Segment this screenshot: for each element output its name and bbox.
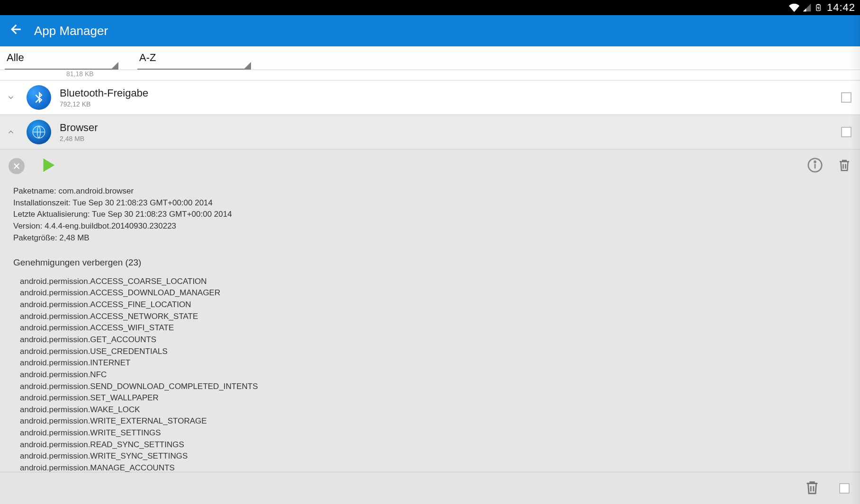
permission-item: android.permission.SET_WALLPAPER [20, 392, 847, 404]
back-button[interactable] [9, 23, 22, 39]
svg-rect-1 [817, 4, 819, 5]
detail-installed: Installationszeit: Tue Sep 30 21:08:23 G… [13, 197, 847, 209]
permission-item: android.permission.WRITE_SYNC_SETTINGS [20, 451, 847, 462]
permissions-toggle[interactable]: Genehmigungen verbergen (23) [13, 256, 847, 269]
filter-spinner[interactable]: Alle [5, 46, 118, 70]
detail-package: Paketname: com.android.browser [13, 186, 847, 197]
bluetooth-icon [27, 85, 51, 110]
globe-icon [27, 120, 51, 144]
permission-item: android.permission.INTERNET [20, 357, 847, 369]
filter-spinner-value: Alle [7, 52, 24, 64]
chevron-down-icon[interactable] [4, 93, 18, 102]
detail-size: Paketgröße: 2,48 MB [13, 232, 847, 244]
app-size: 792,12 KB [60, 100, 833, 108]
status-clock: 14:42 [827, 1, 855, 14]
sort-spinner[interactable]: A-Z [137, 46, 251, 70]
chevron-up-icon[interactable] [4, 128, 18, 136]
filter-sort-bar: Alle A-Z [0, 46, 860, 70]
permissions-list: android.permission.ACCESS_COARSE_LOCATIO… [13, 276, 847, 497]
app-name: Browser [60, 122, 833, 134]
detail-toolbar [0, 150, 860, 183]
permission-item: android.permission.ACCESS_COARSE_LOCATIO… [20, 276, 847, 288]
permission-item: android.permission.ACCESS_FINE_LOCATION [20, 299, 847, 311]
permission-item: android.permission.NFC [20, 369, 847, 381]
app-checkbox[interactable] [841, 92, 851, 103]
permission-item: android.permission.ACCESS_NETWORK_STATE [20, 311, 847, 323]
launch-app-button[interactable] [39, 156, 57, 176]
detail-version: Version: 4.4.4-eng.buildbot.20140930.230… [13, 221, 847, 232]
app-size: 2,48 MB [60, 135, 833, 142]
wifi-icon [789, 2, 799, 13]
permission-item: android.permission.USE_CREDENTIALS [20, 346, 847, 358]
permission-item: android.permission.ACCESS_WIFI_STATE [20, 322, 847, 334]
permission-item: android.permission.SEND_DOWNLOAD_COMPLET… [20, 381, 847, 393]
detail-updated: Letzte Aktualisierung: Tue Sep 30 21:08:… [13, 209, 847, 221]
permission-item: android.permission.WRITE_SETTINGS [20, 427, 847, 439]
svg-point-5 [815, 161, 816, 163]
app-row-browser[interactable]: Browser 2,48 MB [0, 115, 860, 150]
sort-spinner-value: A-Z [139, 52, 156, 64]
android-status-bar: 14:42 [0, 0, 860, 15]
bulk-delete-button[interactable] [804, 478, 820, 498]
app-size: 81,18 KB [66, 70, 94, 78]
permission-item: android.permission.ACCESS_DOWNLOAD_MANAG… [20, 287, 847, 299]
app-name: Bluetooth-Freigabe [60, 87, 833, 99]
select-all-checkbox[interactable] [839, 483, 850, 494]
bottom-action-bar [0, 472, 860, 504]
permission-item: android.permission.WAKE_LOCK [20, 404, 847, 416]
cell-signal-icon [802, 3, 812, 12]
battery-charging-icon [815, 2, 822, 13]
uninstall-button[interactable] [837, 157, 851, 175]
permission-item: android.permission.READ_SYNC_SETTINGS [20, 439, 847, 451]
app-bar-title: App Manager [34, 24, 108, 38]
app-checkbox[interactable] [841, 127, 851, 137]
info-button[interactable] [807, 157, 823, 175]
app-bar: App Manager [0, 15, 860, 46]
app-row-bluetooth[interactable]: Bluetooth-Freigabe 792,12 KB [0, 80, 860, 115]
permission-item: android.permission.GET_ACCOUNTS [20, 334, 847, 346]
app-row-cutoff[interactable]: 81,18 KB [0, 70, 860, 80]
permission-item: android.permission.WRITE_EXTERNAL_STORAG… [20, 416, 847, 427]
app-detail-panel: Paketname: com.android.browser Installat… [0, 150, 860, 497]
close-detail-button[interactable] [9, 158, 25, 174]
